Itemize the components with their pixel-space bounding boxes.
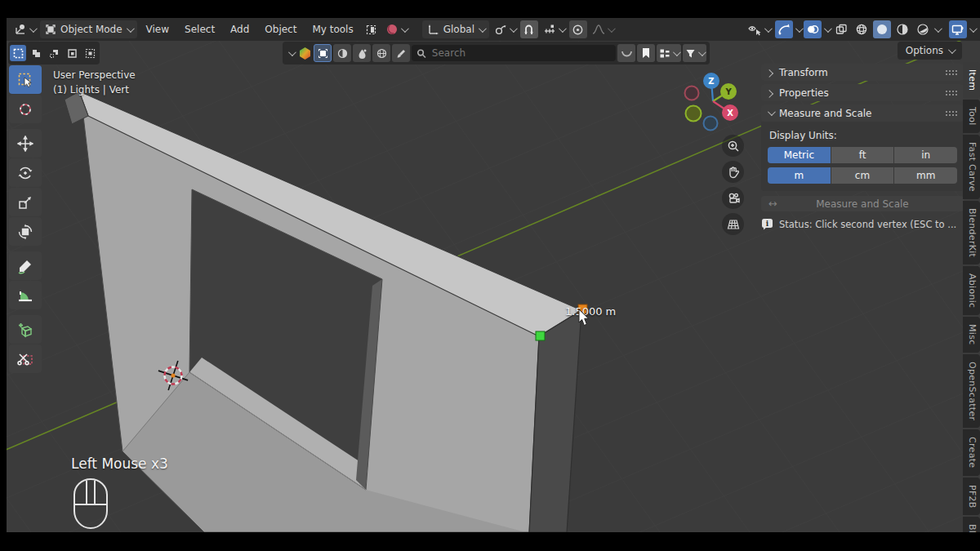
- tool-transform[interactable]: [9, 217, 42, 246]
- shading-material-button[interactable]: [893, 20, 911, 38]
- chevron-down-icon[interactable]: [288, 48, 296, 56]
- move-icon: [17, 136, 33, 152]
- orthographic-toggle-button[interactable]: [722, 213, 744, 235]
- tool-carve[interactable]: [9, 344, 42, 373]
- menu-object[interactable]: Object: [258, 20, 303, 38]
- scale-icon: [17, 194, 33, 211]
- camera-view-button[interactable]: [722, 187, 744, 209]
- display-mode-dropdown[interactable]: [657, 44, 681, 62]
- tab-openscatter[interactable]: OpenScatter: [963, 354, 980, 428]
- panel-drag-handle[interactable]: [945, 110, 957, 116]
- snap-settings-dropdown[interactable]: [541, 20, 567, 38]
- proportional-editing-button[interactable]: [569, 20, 587, 38]
- select-mode-extend-button[interactable]: [28, 45, 44, 61]
- addon-screen-button[interactable]: [949, 20, 967, 38]
- gizmo-neg-z-ball[interactable]: [704, 117, 718, 131]
- tab-abionic[interactable]: Abionic: [963, 266, 980, 315]
- overlays-dropdown-chevron[interactable]: [824, 24, 832, 33]
- search-input[interactable]: [430, 47, 611, 60]
- shading-wireframe-button[interactable]: [853, 20, 871, 38]
- asset-category-material-button[interactable]: [333, 44, 351, 62]
- addon-screen-dropdown-chevron[interactable]: [969, 24, 978, 33]
- snap-toggle-button[interactable]: [520, 20, 538, 38]
- bookmarks-button[interactable]: [637, 44, 655, 62]
- tool-measure[interactable]: [9, 281, 42, 309]
- asset-category-scene-button[interactable]: [353, 44, 371, 62]
- asset-category-brush-button[interactable]: [392, 44, 410, 62]
- select-mode-new-button[interactable]: [10, 45, 26, 61]
- addon-page-button[interactable]: [363, 20, 381, 38]
- hdr-category-icon: [376, 48, 387, 59]
- tool-move[interactable]: [9, 129, 42, 158]
- blender-app-area: User Perspective (1) Lights | Vert 1.500…: [7, 18, 980, 532]
- gizmo-y-ball[interactable]: Y: [720, 83, 737, 100]
- tab-blosi[interactable]: Blosi: [963, 517, 980, 532]
- options-dropdown[interactable]: Options: [898, 42, 962, 60]
- gizmo-z-ball[interactable]: Z: [703, 73, 719, 89]
- tab-create[interactable]: Create: [963, 429, 980, 475]
- proportional-falloff-dropdown[interactable]: [590, 20, 616, 38]
- menu-add[interactable]: Add: [224, 20, 256, 38]
- menu-select[interactable]: Select: [178, 20, 221, 38]
- tab-item[interactable]: Item: [963, 62, 980, 98]
- overlays-toggle-button[interactable]: [804, 20, 822, 38]
- pivot-point-dropdown[interactable]: [492, 20, 518, 38]
- unit-m-button[interactable]: m: [768, 167, 831, 184]
- gizmo-neg-y-ball[interactable]: [686, 106, 702, 122]
- panel-drag-handle[interactable]: [945, 69, 957, 75]
- filter-dropdown[interactable]: [683, 44, 706, 62]
- smile-curve-icon: [621, 48, 633, 59]
- panel-header-properties[interactable]: Properties: [761, 84, 964, 101]
- asset-category-model-button[interactable]: [314, 44, 332, 62]
- measure-and-scale-button-disabled[interactable]: ↔ Measure and Scale: [761, 196, 964, 211]
- shading-solid-button[interactable]: [873, 20, 891, 38]
- tab-fast-carve[interactable]: Fast Carve: [963, 135, 980, 199]
- search-field[interactable]: [412, 45, 616, 61]
- addon-sphere-button[interactable]: [383, 20, 409, 38]
- gizmos-toggle-button[interactable]: [775, 20, 793, 38]
- gizmo-x-ball[interactable]: X: [722, 104, 738, 121]
- transform-orientation-dropdown[interactable]: Global: [422, 20, 489, 38]
- tool-cursor[interactable]: [9, 95, 42, 123]
- tool-annotate[interactable]: [9, 251, 42, 280]
- tool-scale[interactable]: [9, 188, 42, 216]
- unit-mm-button[interactable]: mm: [894, 167, 957, 184]
- measure-vertex-marker[interactable]: [536, 331, 545, 340]
- tab-pf2b[interactable]: PF2B: [963, 478, 980, 516]
- panel-header-transform[interactable]: Transform: [761, 64, 964, 81]
- tab-blenderkit[interactable]: BlenderKit: [963, 201, 980, 264]
- svg-text:X: X: [727, 109, 733, 118]
- tool-add-cube[interactable]: [9, 315, 42, 344]
- tool-select-box[interactable]: [9, 65, 42, 94]
- shading-rendered-button[interactable]: [914, 20, 932, 38]
- gizmo-neg-x-ball[interactable]: [685, 87, 699, 100]
- chevron-down-icon: [401, 24, 409, 33]
- tab-misc[interactable]: Misc: [963, 317, 980, 353]
- select-mode-intersect-button[interactable]: [82, 45, 98, 61]
- mode-dropdown[interactable]: Object Mode: [40, 20, 137, 38]
- menu-view[interactable]: View: [140, 20, 176, 38]
- navigation-gizmo[interactable]: Z Y X: [679, 70, 746, 137]
- menu-my-tools[interactable]: My tools: [305, 20, 359, 38]
- select-mode-invert-button[interactable]: [64, 45, 80, 61]
- xray-toggle-button[interactable]: [832, 20, 850, 38]
- show-gizmo-visibility-dropdown[interactable]: [746, 20, 773, 38]
- ratings-curve-button[interactable]: [617, 44, 635, 62]
- panel-header-measure-and-scale[interactable]: Measure and Scale: [761, 104, 964, 122]
- unit-in-button[interactable]: in: [894, 147, 957, 163]
- tab-tool[interactable]: Tool: [963, 100, 980, 133]
- shading-dropdown-chevron[interactable]: [934, 24, 942, 33]
- asset-category-hdr-button[interactable]: [372, 44, 390, 62]
- zoom-button[interactable]: [722, 135, 744, 157]
- pan-button[interactable]: [722, 161, 744, 183]
- gizmos-dropdown-chevron[interactable]: [795, 24, 804, 33]
- select-mode-subtract-button[interactable]: [46, 45, 62, 61]
- unit-ft-button[interactable]: ft: [831, 147, 894, 163]
- tool-rotate[interactable]: [9, 158, 42, 187]
- panel-drag-handle[interactable]: [945, 90, 957, 96]
- unit-metric-button[interactable]: Metric: [768, 147, 831, 163]
- unit-cm-button[interactable]: cm: [831, 167, 894, 184]
- asset-model-hexagon-icon[interactable]: [298, 47, 312, 60]
- filter-funnel-icon: [685, 48, 696, 59]
- editor-type-button[interactable]: [11, 20, 38, 38]
